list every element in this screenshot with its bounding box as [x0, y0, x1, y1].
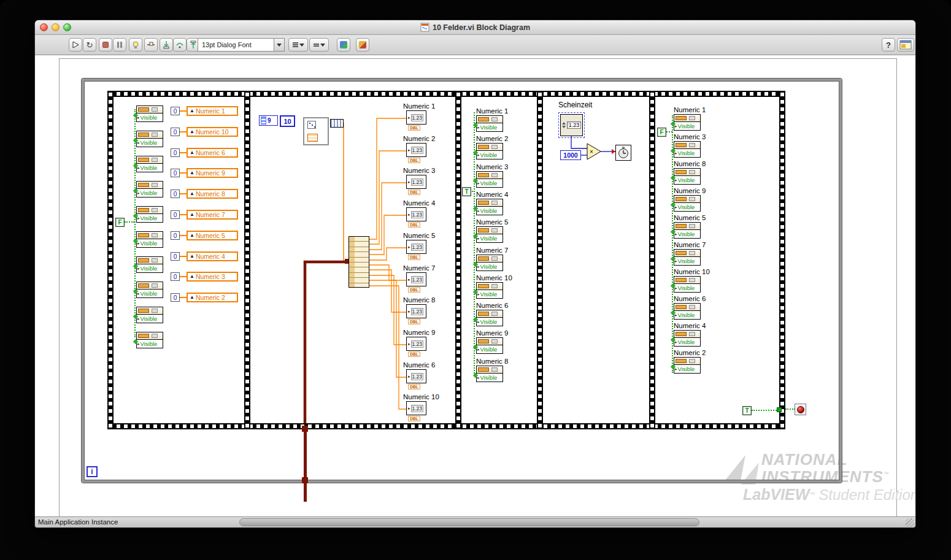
property-node[interactable]: ▸Visible: [136, 105, 163, 122]
resize-grip[interactable]: [906, 518, 914, 527]
local-variable[interactable]: ▲Numeric 6: [187, 148, 238, 158]
property-node[interactable]: Numeric 2 ▸Visible: [476, 135, 508, 159]
sequence-frame-3[interactable]: T Numeric 1 ▸Visible Numeric 2 ▸Visible …: [461, 97, 537, 423]
property-node[interactable]: Numeric 9 ▸Visible: [476, 329, 508, 354]
numeric-constant[interactable]: 0: [171, 293, 180, 302]
numeric-indicator[interactable]: Numeric 3 ▸1.23 DBL: [402, 167, 445, 195]
visible-property-row[interactable]: ▸Visible: [674, 284, 700, 292]
numeric-indicator[interactable]: Numeric 1 ▸1.23 DBL: [402, 102, 445, 131]
property-node[interactable]: Numeric 5 ▸Visible: [674, 214, 706, 239]
visible-property-row[interactable]: ▸Visible: [674, 176, 700, 184]
numeric-indicator[interactable]: Numeric 10 ▸1.23 DBL: [402, 393, 445, 421]
indicator-terminal[interactable]: ▸1.23: [406, 207, 426, 221]
indicator-terminal[interactable]: ▸1.23: [406, 304, 426, 318]
numeric-constant[interactable]: 0: [171, 107, 180, 115]
visible-property-row[interactable]: ▸Visible: [477, 290, 502, 298]
visible-property-row[interactable]: ▸Visible: [674, 230, 700, 238]
property-node[interactable]: ▸Visible: [136, 131, 163, 147]
visible-property-row[interactable]: ▸Visible: [137, 264, 163, 272]
visible-property-row[interactable]: ▸Visible: [674, 122, 700, 130]
numeric-constant[interactable]: 0: [171, 210, 180, 219]
numeric-constant[interactable]: 0: [171, 169, 180, 177]
numeric-control-terminal[interactable]: 1.23: [560, 114, 583, 136]
indicator-terminal[interactable]: ▸1.23: [406, 272, 426, 286]
visible-property-row[interactable]: ▸Visible: [674, 311, 700, 319]
property-node[interactable]: Numeric 7 ▸Visible: [476, 247, 508, 271]
indicator-terminal[interactable]: ▸1.23: [406, 337, 426, 351]
step-into-button[interactable]: [160, 38, 173, 52]
visible-property-row[interactable]: ▸Visible: [477, 263, 502, 270]
visible-property-row[interactable]: ▸Visible: [674, 257, 700, 265]
property-node[interactable]: ▸Visible: [136, 282, 163, 298]
distribute-objects-button[interactable]: [309, 38, 329, 52]
sequence-frame-1[interactable]: F ▸Visible ▸Visible ▸Visible ▸Visible: [114, 97, 244, 423]
property-node[interactable]: Numeric 1 ▸Visible: [476, 107, 508, 132]
sequence-frame-5[interactable]: F T Numeric 1 ▸Visible Numeric 3 ▸Visibl…: [655, 97, 779, 423]
run-continuously-button[interactable]: ↻: [83, 38, 96, 52]
array-constant[interactable]: 9: [259, 115, 278, 126]
numeric-constant[interactable]: 0: [171, 148, 180, 157]
property-node[interactable]: ▸Visible: [136, 256, 163, 273]
numeric-indicator[interactable]: Numeric 2 ▸1.23 DBL: [402, 135, 445, 163]
wait-ms-multiple-node[interactable]: [615, 145, 631, 161]
help-button[interactable]: ?: [882, 38, 895, 52]
font-dropdown-arrow[interactable]: [274, 38, 285, 52]
indicator-terminal[interactable]: ▸1.23: [406, 369, 426, 383]
property-node[interactable]: Numeric 6 ▸Visible: [674, 295, 706, 320]
sequence-frame-4[interactable]: Scheinzeit 1.23 1000 ×: [543, 97, 649, 423]
pause-button[interactable]: [113, 38, 126, 52]
visible-property-row[interactable]: ▸Visible: [477, 318, 502, 326]
step-over-button[interactable]: [173, 38, 187, 52]
index-array-node[interactable]: [348, 236, 369, 288]
visible-property-row[interactable]: ▸Visible: [477, 151, 502, 159]
property-node[interactable]: Numeric 4 ▸Visible: [476, 191, 508, 215]
numeric-indicator[interactable]: Numeric 4 ▸1.23 DBL: [402, 199, 445, 228]
visible-property-row[interactable]: ▸Visible: [477, 345, 502, 353]
array-function-node[interactable]: [330, 119, 344, 128]
visible-property-row[interactable]: ▸Visible: [137, 189, 163, 197]
loop-condition-terminal[interactable]: [795, 404, 806, 415]
property-node[interactable]: Numeric 8 ▸Visible: [476, 358, 508, 382]
milliseconds-constant[interactable]: 1000: [560, 150, 581, 160]
title-bar[interactable]: 10 Felder.vi Block Diagram: [35, 20, 915, 35]
visible-property-row[interactable]: ▸Visible: [137, 239, 163, 247]
block-diagram-canvas[interactable]: NATIONAL INSTRUMENTS™ LabVIEW™Student Ed…: [35, 55, 915, 516]
property-node[interactable]: Numeric 1 ▸Visible: [674, 106, 706, 131]
count-constant[interactable]: 10: [280, 115, 295, 127]
numeric-indicator[interactable]: Numeric 6 ▸1.23 DBL: [402, 361, 445, 389]
false-constant[interactable]: F: [657, 128, 666, 137]
local-variable[interactable]: ▲Numeric 7: [187, 210, 238, 220]
context-help-button[interactable]: [897, 38, 914, 52]
property-node[interactable]: Numeric 2 ▸Visible: [674, 349, 706, 374]
visible-property-row[interactable]: ▸Visible: [674, 149, 700, 157]
numeric-constant[interactable]: 0: [171, 190, 180, 198]
property-node[interactable]: Numeric 9 ▸Visible: [674, 187, 706, 212]
property-node[interactable]: Numeric 3 ▸Visible: [674, 133, 706, 158]
false-constant[interactable]: F: [115, 218, 125, 227]
visible-property-row[interactable]: ▸Visible: [137, 214, 163, 222]
property-node[interactable]: Numeric 7 ▸Visible: [674, 241, 706, 266]
property-node[interactable]: ▸Visible: [136, 206, 163, 223]
property-node[interactable]: ▸Visible: [136, 156, 163, 172]
property-node[interactable]: Numeric 4 ▸Visible: [674, 322, 706, 347]
visible-property-row[interactable]: ▸Visible: [477, 123, 502, 131]
indicator-terminal[interactable]: ▸1.23: [406, 401, 426, 415]
local-variable[interactable]: ▲Numeric 4: [187, 251, 238, 261]
property-node[interactable]: Numeric 6 ▸Visible: [476, 302, 508, 326]
random-number-loop[interactable]: [303, 117, 329, 145]
property-node[interactable]: Numeric 8 ▸Visible: [674, 160, 706, 185]
numeric-constant[interactable]: 0: [171, 128, 180, 136]
align-objects-button[interactable]: [288, 38, 308, 52]
iteration-terminal[interactable]: i: [87, 466, 98, 477]
property-node[interactable]: Numeric 5 ▸Visible: [476, 218, 508, 243]
property-node[interactable]: Numeric 10 ▸Visible: [476, 274, 512, 299]
clean-up-diagram-button[interactable]: [337, 38, 350, 52]
visible-property-row[interactable]: ▸Visible: [137, 139, 163, 147]
local-variable[interactable]: ▲Numeric 9: [187, 168, 238, 178]
horizontal-scrollbar-thumb[interactable]: [239, 518, 699, 526]
visible-property-row[interactable]: ▸Visible: [137, 164, 163, 172]
visible-property-row[interactable]: ▸Visible: [477, 234, 502, 242]
numeric-constant[interactable]: 0: [171, 272, 180, 281]
local-variable[interactable]: ▲Numeric 5: [187, 231, 238, 240]
local-variable[interactable]: ▲Numeric 8: [187, 189, 238, 199]
